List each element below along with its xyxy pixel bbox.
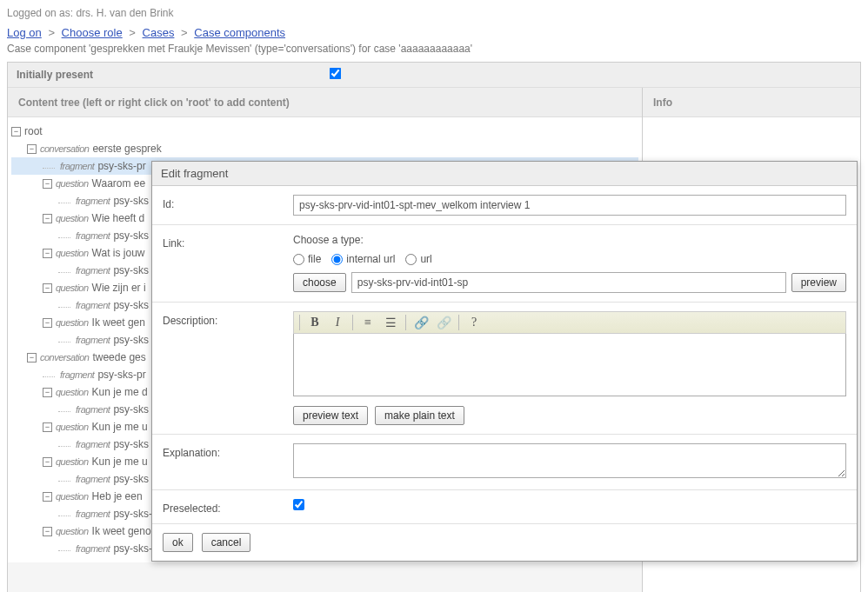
choose-type-label: Choose a type:	[293, 234, 846, 246]
preselected-checkbox[interactable]	[293, 499, 304, 510]
explanation-label: Explanation:	[163, 443, 293, 459]
richtext-toolbar: B I ≡ ☰ 🔗 🔗 ?	[293, 311, 846, 334]
tree-toggle[interactable]: −	[27, 353, 37, 363]
tree-toggle[interactable]: −	[43, 214, 52, 223]
info-cell	[650, 575, 853, 592]
tree-toggle[interactable]: −	[43, 249, 52, 258]
preselected-label: Preselected:	[163, 499, 293, 515]
radio-file[interactable]	[293, 254, 304, 265]
breadcrumb: Log on > Choose role > Cases > Case comp…	[7, 26, 861, 39]
tree-root[interactable]: root	[24, 123, 43, 140]
tree-toggle[interactable]: −	[43, 422, 52, 432]
link-value-input[interactable]	[351, 272, 786, 293]
tree-toggle[interactable]: −	[43, 283, 52, 293]
logged-on-status: Logged on as: drs. H. van den Brink	[7, 7, 861, 19]
bold-icon[interactable]: B	[307, 316, 323, 329]
edit-fragment-dialog: Edit fragment Id: Link: Choose a type: f…	[151, 161, 858, 562]
ordered-list-icon[interactable]: ≡	[360, 316, 376, 329]
tree-toggle[interactable]: −	[11, 127, 21, 136]
preview-text-button[interactable]: preview text	[293, 406, 368, 425]
ok-button[interactable]: ok	[163, 533, 193, 552]
page-subtitle: Case component 'gesprekken met Fraukje M…	[7, 43, 861, 55]
choose-button[interactable]: choose	[293, 273, 346, 292]
content-tree-header: Content tree (left or right click on 'ro…	[8, 88, 642, 117]
tree-toggle[interactable]: −	[43, 179, 52, 189]
initially-present-checkbox[interactable]	[330, 68, 342, 80]
tree-row[interactable]: − conversation eerste gesprek	[11, 140, 638, 157]
breadcrumb-choose-role[interactable]: Choose role	[62, 26, 123, 39]
tree-toggle[interactable]: −	[43, 318, 52, 328]
breadcrumb-logon[interactable]: Log on	[7, 26, 42, 39]
cancel-button[interactable]: cancel	[202, 533, 251, 552]
unlink-icon[interactable]: 🔗	[436, 316, 451, 330]
initially-present-label: Initially present	[17, 69, 330, 81]
preview-button[interactable]: preview	[791, 273, 846, 292]
description-label: Description:	[163, 311, 293, 327]
id-label: Id:	[163, 195, 293, 210]
tree-toggle[interactable]: −	[43, 457, 52, 467]
link-icon[interactable]: 🔗	[413, 316, 429, 330]
tree-toggle[interactable]: −	[43, 492, 52, 502]
tree-toggle[interactable]: −	[43, 388, 52, 397]
id-input[interactable]	[293, 195, 846, 216]
breadcrumb-cases[interactable]: Cases	[143, 26, 175, 39]
unordered-list-icon[interactable]: ☰	[383, 316, 398, 330]
info-header: Info	[643, 88, 860, 117]
radio-url[interactable]	[405, 254, 417, 265]
tree-toggle[interactable]: −	[43, 527, 52, 536]
radio-internal-url[interactable]	[331, 254, 343, 265]
explanation-textarea[interactable]	[293, 443, 846, 478]
tree-toggle[interactable]: −	[27, 144, 37, 154]
description-textarea[interactable]	[293, 334, 846, 396]
breadcrumb-case-components[interactable]: Case components	[194, 26, 285, 39]
dialog-title: Edit fragment	[152, 162, 857, 186]
link-label: Link:	[163, 234, 293, 249]
make-plain-text-button[interactable]: make plain text	[375, 406, 464, 425]
italic-icon[interactable]: I	[330, 316, 345, 329]
help-icon[interactable]: ?	[466, 316, 482, 329]
